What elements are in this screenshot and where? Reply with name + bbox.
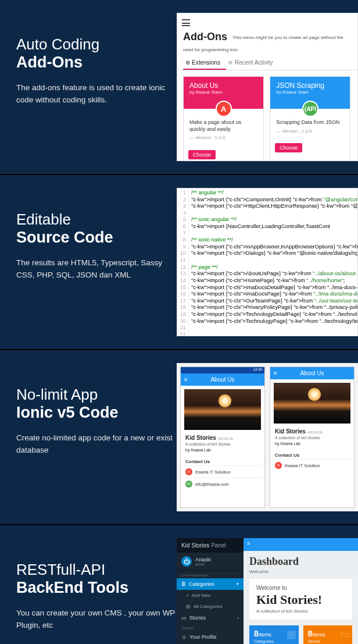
addons-screenshot: Add-Ons This menu might be you to create… — [177, 13, 358, 161]
card1-version: — Version : 1.0.0 — [189, 135, 257, 141]
code-editor-screenshot: 1/** angular **/2"c-kw">import {"c-cls">… — [177, 188, 358, 336]
phone-hero-image — [274, 383, 350, 424]
card2-body: Scrapping Data from JSON — [276, 119, 344, 126]
phone-preview-2: ≡About Us Kid Storiesv01.01.01 A collect… — [270, 367, 355, 508]
panel2-title-bold: Source Code — [16, 229, 177, 247]
power-icon: ⏻ — [181, 556, 192, 567]
phone-app-desc: A collection of kid Stories — [185, 442, 260, 446]
card1-body: Make a page about us quickly and easily — [189, 119, 257, 133]
panel2-title-light: Editable — [16, 211, 71, 228]
dashboard-user[interactable]: ⏻ Anaskiadmin — [177, 553, 244, 571]
stat-categories[interactable]: 8Items Categories ▦ More ⟩ — [249, 625, 299, 644]
tab-extensions[interactable]: Extensions — [183, 56, 226, 70]
panel2-heading: Editable Source Code — [16, 211, 177, 247]
phone-app-title: Kid Storiesv01.01.01 — [275, 428, 349, 435]
news-icon: ▭ — [340, 628, 350, 641]
dashboard-brand: Kid Stories Panel — [177, 538, 244, 553]
hamburger-icon[interactable]: ≡ — [247, 540, 250, 546]
panel4-desc: You can create your own CMS , your own W… — [16, 607, 177, 632]
tab-recent[interactable]: Recent Activity — [226, 56, 279, 70]
panel3-title-bold: Ionic v5 Code — [16, 404, 177, 422]
sidebar-item-add-new[interactable]: +Add New — [177, 590, 244, 601]
sidebar-item-profile[interactable]: ☺Your Profile — [177, 631, 244, 643]
dashboard-topbar: ≡ — [244, 538, 358, 551]
grid-icon: ▤ — [186, 604, 191, 609]
user-icon: ☺ — [181, 634, 187, 640]
menu-icon[interactable]: ≡ — [184, 376, 188, 383]
card2-title: JSON Scraping — [276, 81, 324, 90]
phone-contact-row-company[interactable]: ⊙Ihsana IT Solution — [270, 459, 354, 471]
pin-icon: ⊙ — [185, 468, 192, 475]
card1-title: About Us — [189, 81, 218, 90]
phone-contact-row-email[interactable]: ✉info@ihsana.com — [181, 478, 264, 490]
pin-icon: ⊙ — [275, 462, 282, 469]
panel2-desc: The results are HTML5, Typescript, Sassy… — [16, 257, 177, 282]
phone-toolbar: ≡About Us — [181, 373, 264, 386]
addons-page-title: Add-Ons This menu might be you to create… — [177, 29, 357, 56]
list-icon: ≣ — [181, 581, 186, 587]
panel4-heading: RESTfull-API BackEnd Tools — [16, 561, 177, 597]
menu-icon[interactable]: ≡ — [274, 370, 277, 376]
phone-app-author: by Ihsana Lab — [185, 448, 260, 452]
panel3-title-light: No-limit App — [16, 386, 98, 403]
addon-card-json-scraping: JSON Scraping by Ihsana Team {API Scrapp… — [270, 76, 350, 161]
phone-preview-1: 12:30 ≡About Us Kid Storiesv01.01.01 A c… — [180, 367, 265, 508]
card2-choose-button[interactable]: Choose — [275, 143, 302, 152]
card2-badge-icon: {API — [302, 101, 318, 117]
card2-version: — Version : 1.0.0 — [276, 129, 344, 134]
phone-app-title: Kid Storiesv01.01.01 — [185, 435, 260, 441]
card1-author: by Ihsana Team — [189, 90, 257, 95]
phone-contact-row-company[interactable]: ⊙Ihsana IT Solution — [181, 465, 264, 478]
plus-icon: + — [186, 593, 189, 598]
sidebar-item-stories[interactable]: ▭Stories‹ — [177, 612, 244, 624]
panel1-heading: Auto Coding Add-Ons — [16, 36, 177, 72]
panel1-title-light: Auto Coding — [16, 35, 99, 53]
dashboard-sidebar: Kid Stories Panel ⏻ Anaskiadmin DATA MAN… — [177, 538, 244, 644]
card1-badge-icon: A — [216, 101, 232, 117]
panel3-heading: No-limit App Ionic v5 Code — [16, 386, 177, 422]
panel1-title-bold: Add-Ons — [16, 54, 177, 72]
stat-stories[interactable]: 8Items Stories ▭ More ⟩ — [303, 625, 353, 644]
addon-card-about-us: About Us by Ihsana Team A Make a page ab… — [183, 76, 264, 161]
dashboard-screenshot: Kid Stories Panel ⏻ Anaskiadmin DATA MAN… — [177, 538, 358, 644]
phone-contact-title: Contact Us — [270, 449, 354, 459]
sidebar-item-categories[interactable]: ≣Categories▾ — [177, 578, 244, 590]
chevron-left-icon: ‹ — [238, 616, 239, 620]
panel4-title-light: RESTfull-API — [16, 561, 105, 578]
panel4-title-bold: BackEnd Tools — [16, 579, 177, 597]
dashboard-welcome: Welcome — [244, 569, 358, 579]
hamburger-icon[interactable] — [182, 19, 190, 25]
panel3-desc: Create no-limited app code for a new or … — [16, 432, 177, 457]
dashboard-title: Dashboard — [244, 551, 358, 569]
phones-screenshot: 12:30 ≡About Us Kid Storiesv01.01.01 A c… — [177, 363, 358, 511]
phone-app-desc: A collection of kid Stories — [275, 436, 349, 440]
sidebar-label-data: DATA MANAGER — [177, 571, 244, 578]
phone-contact-title: Contact Us — [181, 456, 264, 465]
panel1-desc: The add-ons feature is used to create io… — [16, 82, 177, 106]
card1-choose-button[interactable]: Choose — [188, 150, 216, 159]
sidebar-item-all-categories[interactable]: ▤All Categories — [177, 601, 244, 612]
book-icon: ▭ — [181, 615, 187, 621]
phone-toolbar: ≡About Us — [270, 367, 354, 379]
card2-author: by Ihsana Team — [276, 90, 344, 95]
sidebar-label-users: USERS — [177, 624, 244, 631]
phone-hero-image — [184, 389, 261, 430]
phone-app-author: by Ihsana Lab — [275, 442, 349, 446]
phone-status-bar: 12:30 — [181, 367, 264, 373]
mail-icon: ✉ — [185, 481, 192, 488]
chevron-down-icon: ▾ — [237, 582, 239, 586]
dashboard-welcome-card: Welcome to Kid Stories! A collection of … — [249, 579, 352, 620]
grid-icon: ▦ — [287, 628, 296, 641]
